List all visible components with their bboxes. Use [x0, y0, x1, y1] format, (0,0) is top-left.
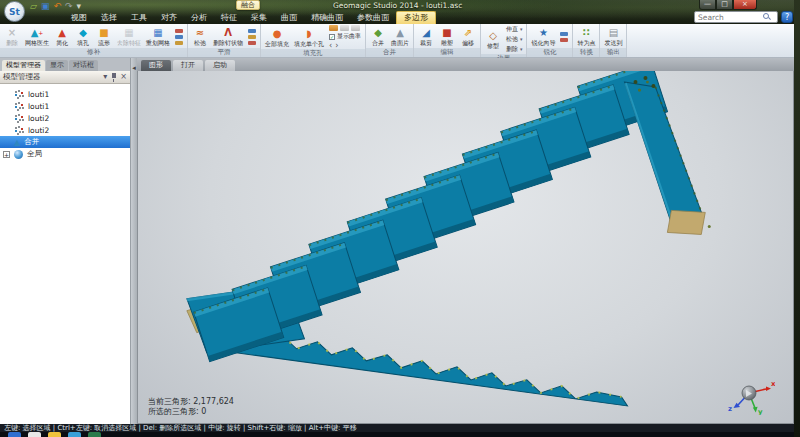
- tab-select[interactable]: 选择: [94, 12, 124, 24]
- tree-item-global[interactable]: +全局: [0, 148, 130, 160]
- tab-graphics[interactable]: 图形: [141, 60, 171, 71]
- edit-boundary-button[interactable]: 修型: [483, 30, 503, 49]
- group-label-combine: 合并: [366, 48, 413, 57]
- search-icon[interactable]: [763, 13, 771, 21]
- sharpen-wizard-button[interactable]: 锐化向导: [529, 27, 557, 46]
- taskbar-folder-icon[interactable]: [48, 432, 61, 437]
- group-label-edit: 编辑: [414, 48, 480, 57]
- app-window: St ▱ ▣ ↶ ↷ ▾ 融合 Geomagic Studio 2014 - l…: [0, 0, 800, 437]
- tab-polygons[interactable]: 多边形: [396, 11, 436, 24]
- manifold-button[interactable]: 流形: [94, 27, 114, 46]
- prev-hole-button[interactable]: ‹: [329, 42, 332, 49]
- help-button[interactable]: ?: [781, 11, 793, 23]
- status-bar: 左键: 选择区域 | Ctrl+左键: 取消选择区域 | Del: 删除所选区域…: [0, 424, 794, 432]
- hover-tooltip: 融合: [236, 0, 260, 10]
- panel-splitter[interactable]: ◂: [130, 58, 137, 424]
- maximize-button[interactable]: □: [716, 0, 733, 10]
- tree-item-louti2[interactable]: louti2: [0, 112, 130, 124]
- taskbar-app-icon[interactable]: [28, 432, 41, 437]
- tab-view[interactable]: 视图: [64, 12, 94, 24]
- sculpt-button[interactable]: 雕塑: [437, 27, 457, 46]
- ribbon-group-output: 发送到 输出: [600, 24, 627, 57]
- panel-close-icon[interactable]: ×: [120, 73, 127, 81]
- remove-features-button[interactable]: 去除特征: [115, 27, 143, 46]
- relax-button[interactable]: 松弛: [190, 27, 210, 46]
- merge-button[interactable]: 合并: [368, 27, 388, 46]
- current-triangles: 当前三角形: 2,177,624: [148, 397, 234, 407]
- panel-caption: 模型管理器 ▾ ×: [0, 71, 130, 84]
- convert-to-points-button[interactable]: 转为点: [575, 27, 597, 46]
- tab-exact-surfacing[interactable]: 精确曲面: [304, 12, 350, 24]
- fill-options: ✓ 显示曲率 ‹ ›: [327, 25, 363, 49]
- axis-triad[interactable]: x y z: [727, 377, 775, 415]
- fill-single-button[interactable]: 填充单个孔: [292, 28, 326, 47]
- checkbox-icon: ✓: [329, 34, 335, 40]
- expand-icon[interactable]: +: [3, 151, 10, 158]
- open-icon[interactable]: ▱: [30, 2, 37, 11]
- remove-features-icon: [124, 27, 133, 39]
- mesh-doctor-button[interactable]: 网格医生: [23, 27, 51, 46]
- tab-tools[interactable]: 工具: [124, 12, 154, 24]
- tree-item-louti1[interactable]: louti1: [0, 88, 130, 100]
- tab-align[interactable]: 对齐: [154, 12, 184, 24]
- simplify-button[interactable]: 简化: [52, 27, 72, 46]
- combine-patches-button[interactable]: 曲面片: [389, 27, 411, 46]
- tab-startup[interactable]: 启动: [205, 60, 235, 71]
- point-cloud-icon: [14, 90, 24, 99]
- pin-icon[interactable]: [110, 72, 117, 82]
- panel-menu-icon[interactable]: ▾: [103, 73, 107, 81]
- taskbar-start-icon[interactable]: [8, 432, 21, 437]
- search-input[interactable]: [695, 13, 763, 22]
- save-icon[interactable]: ▣: [41, 2, 50, 11]
- tab-capture[interactable]: 采集: [244, 12, 274, 24]
- tab-display[interactable]: 显示: [46, 60, 68, 71]
- send-to-button[interactable]: 发送到: [602, 27, 624, 46]
- manifold-icon: [99, 27, 108, 39]
- fill-holes-button[interactable]: 填孔: [73, 27, 93, 46]
- tree-item-louti2-2[interactable]: louti2: [0, 124, 130, 136]
- fill-mode-icons[interactable]: [329, 25, 361, 31]
- window-title: Geomagic Studio 2014 - louti1.asc: [333, 1, 462, 10]
- redo-icon[interactable]: ↷: [65, 2, 73, 11]
- qat-dropdown-icon[interactable]: ▾: [77, 2, 82, 11]
- ribbon: 删除 网格医生 简化 填孔 流形 去除特征 重划网格 修补 松弛 删除钉状物 平…: [0, 24, 794, 58]
- trim-button[interactable]: 裁剪: [416, 27, 436, 46]
- tab-parametric-surfacing[interactable]: 参数曲面: [350, 12, 396, 24]
- remove-spikes-icon: [224, 27, 232, 39]
- point-cloud-icon: [14, 102, 24, 111]
- remove-spikes-button[interactable]: 删除钉状物: [211, 27, 245, 46]
- tab-model-manager[interactable]: 模型管理器: [2, 60, 45, 71]
- tab-open[interactable]: 打开: [173, 60, 203, 71]
- show-curvature-checkbox[interactable]: ✓ 显示曲率: [329, 32, 361, 41]
- trim-icon: [422, 27, 430, 39]
- undo-icon[interactable]: ↶: [53, 2, 61, 11]
- straighten-link[interactable]: 伸直 ▾: [506, 25, 522, 34]
- ribbon-group-convert: 转为点 转换: [573, 24, 600, 57]
- next-hole-button[interactable]: ›: [335, 42, 338, 49]
- smooth-extra-icons[interactable]: [246, 29, 258, 45]
- fill-all-button[interactable]: 全部填充: [263, 28, 291, 47]
- app-logo-icon[interactable]: St: [4, 1, 25, 22]
- relax-boundary-link[interactable]: 松弛 ▾: [506, 35, 522, 44]
- sharpen-extra-icons[interactable]: [558, 32, 570, 42]
- tab-surfaces[interactable]: 曲面: [274, 12, 304, 24]
- delete-button[interactable]: 删除: [2, 27, 22, 46]
- repair-extra-icons[interactable]: [173, 29, 185, 45]
- tab-analysis[interactable]: 分析: [184, 12, 214, 24]
- offset-button[interactable]: 偏移: [458, 27, 478, 46]
- window-controls: — □ ×: [699, 0, 757, 10]
- taskbar-app-icon[interactable]: [88, 432, 101, 437]
- mesh-doctor-icon: [31, 27, 44, 39]
- delete-boundary-link[interactable]: 删除 ▾: [506, 45, 522, 54]
- tab-dialog[interactable]: 对话框: [69, 60, 98, 71]
- taskbar-app-icon[interactable]: [68, 432, 81, 437]
- tree-item-louti1-2[interactable]: louti1: [0, 100, 130, 112]
- close-button[interactable]: ×: [733, 0, 757, 10]
- tree-item-merged[interactable]: ▲合并: [0, 136, 130, 148]
- remesh-button[interactable]: 重划网格: [144, 27, 172, 46]
- chevron-down-icon: ▾: [520, 36, 523, 42]
- 3d-canvas[interactable]: 当前三角形: 2,177,624 所选的三角形: 0 x y z: [137, 71, 794, 424]
- tab-features[interactable]: 特征: [214, 12, 244, 24]
- minimize-button[interactable]: —: [699, 0, 716, 10]
- group-label-output: 输出: [600, 48, 626, 57]
